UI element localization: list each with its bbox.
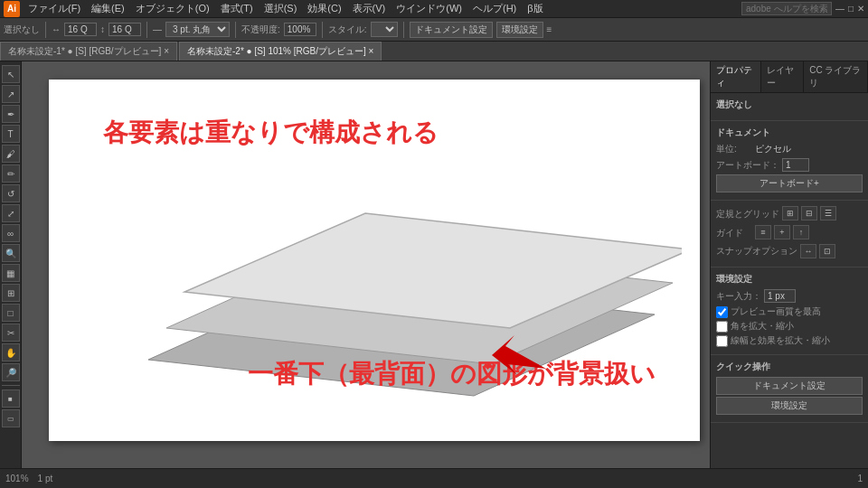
status-info: 1 pt <box>38 474 53 483</box>
brush-tool[interactable]: 🖌 <box>2 145 20 163</box>
rpanel-doc-section: ドキュメント 単位: ピクセル アートボード： アートボード+ <box>711 121 868 201</box>
rpanel-snap-icon[interactable]: ↔ <box>800 244 816 258</box>
menu-select[interactable]: 選択(S) <box>259 2 302 15</box>
corner-label: — <box>153 24 162 34</box>
rpanel-selection-title: 選択なし <box>716 99 863 111</box>
canvas-area: 各要素は重なりで構成される 一番下（最背面）の図形が背景扱い <box>22 61 710 468</box>
menu-object[interactable]: オブジェクト(O) <box>131 2 214 15</box>
direct-select-tool[interactable]: ↗ <box>2 85 20 103</box>
menu-type[interactable]: 書式(T) <box>216 2 258 15</box>
rpanel-quick-section: クイック操作 ドキュメント設定 環境設定 <box>711 355 868 423</box>
blend-tool[interactable]: ∞ <box>2 224 20 242</box>
doc-settings-btn[interactable]: ドキュメント設定 <box>410 22 493 38</box>
right-panel: プロパティ レイヤー CC ライブラリ 選択なし ドキュメント 単位: ピクセル… <box>710 61 868 468</box>
minimize-btn[interactable]: — <box>835 4 844 14</box>
rpanel-env-btn[interactable]: 環境設定 <box>716 397 863 415</box>
rpanel-ruler-icons: ⊞ ⊟ ☰ <box>782 206 836 221</box>
rpanel-tab-libraries[interactable]: CC ライブラリ <box>804 61 868 92</box>
toolbar-icon-2: ↕ <box>100 24 105 34</box>
canvas-white: 各要素は重なりで構成される 一番下（最背面）の図形が背景扱い <box>49 80 700 441</box>
rpanel-corner-check[interactable] <box>716 321 728 333</box>
rpanel-preview-check[interactable] <box>716 306 728 318</box>
main-layout: ↖ ↗ ✒ T 🖌 ✏ ↺ ⤢ ∞ 🔍 ▦ ⊞ □ ✂ ✋ 🔎 ■ ▭ <box>0 61 868 468</box>
tab-bar: 名称未設定-1* ● [S] [RGB/プレビュー] × 名称未設定-2* ● … <box>0 42 868 61</box>
height-input[interactable] <box>108 23 141 36</box>
annotation-bottom: 一番下（最背面）の図形が背景扱い <box>248 357 656 391</box>
eyedropper-tool[interactable]: 🔍 <box>2 244 20 262</box>
menu-view[interactable]: 表示(V) <box>348 2 391 15</box>
screen-mode[interactable]: ▭ <box>2 409 20 427</box>
divider-2 <box>146 22 147 38</box>
menu-file[interactable]: ファイル(F) <box>24 2 85 15</box>
rpanel-ruler-section: 定規とグリッド ⊞ ⊟ ☰ ガイド ≡ + ↑ スナップオプション ↔ ⊡ <box>711 201 868 267</box>
svg-marker-3 <box>492 335 546 375</box>
tab-2[interactable]: 名称未設定-2* ● [S] 101% [RGB/プレビュー] × <box>179 42 382 61</box>
rpanel-guide-icon-3[interactable]: ↑ <box>793 225 809 239</box>
rpanel-selection-section: 選択なし <box>711 93 868 121</box>
close-btn[interactable]: ✕ <box>857 4 864 14</box>
rpanel-artboard-btn[interactable]: アートボード+ <box>716 174 863 192</box>
gradient-tool[interactable]: ▦ <box>2 264 20 282</box>
rpanel-key-row: キー入力： <box>716 289 863 303</box>
mesh-tool[interactable]: ⊞ <box>2 284 20 302</box>
toolbar: 選択なし ↔ ↕ — 3 pt. 丸角 不透明度: スタイル: ドキュメント設定… <box>0 18 868 42</box>
rpanel-env-title: 環境設定 <box>716 273 863 286</box>
rpanel-artboard-input[interactable] <box>782 158 809 172</box>
style-label: スタイル: <box>328 23 367 36</box>
scale-tool[interactable]: ⤢ <box>2 204 20 222</box>
rpanel-unit-value: ピクセル <box>755 143 791 155</box>
rpanel-tab-layers[interactable]: レイヤー <box>761 61 804 92</box>
rpanel-artboard-row: アートボード： <box>716 158 863 172</box>
type-tool[interactable]: T <box>2 125 20 143</box>
tab-1[interactable]: 名称未設定-1* ● [S] [RGB/プレビュー] × <box>0 42 177 61</box>
divider-3 <box>235 22 236 38</box>
rpanel-key-input[interactable] <box>764 289 796 303</box>
divider-5 <box>403 22 404 38</box>
search-input[interactable] <box>741 2 832 15</box>
fill-stroke[interactable]: ■ <box>2 389 20 408</box>
rpanel-artboard-label: アートボード： <box>716 159 779 172</box>
rpanel-snap-row: スナップオプション ↔ ⊡ <box>716 244 863 258</box>
rpanel-guide-label: ガイド <box>716 227 752 239</box>
rpanel-preview-label: プレビュー画質を最高 <box>731 305 821 318</box>
shape-tool[interactable]: □ <box>2 304 20 322</box>
hand-tool[interactable]: ✋ <box>2 343 20 361</box>
rpanel-guide-icon-2[interactable]: + <box>774 225 790 239</box>
rpanel-corner-row: 角を拡大・縮小 <box>716 320 863 333</box>
width-input[interactable] <box>64 23 97 36</box>
env-settings-btn[interactable]: 環境設定 <box>496 22 543 38</box>
style-select[interactable] <box>371 22 398 37</box>
rpanel-quick-title: クイック操作 <box>716 361 863 373</box>
divider-1 <box>45 22 46 38</box>
left-toolbar: ↖ ↗ ✒ T 🖌 ✏ ↺ ⤢ ∞ 🔍 ▦ ⊞ □ ✂ ✋ 🔎 ■ ▭ <box>0 61 22 468</box>
rpanel-guide-icon-1[interactable]: ≡ <box>755 225 771 239</box>
rpanel-tab-properties[interactable]: プロパティ <box>711 61 761 92</box>
menu-effect[interactable]: 効果(C) <box>303 2 345 15</box>
opacity-input[interactable] <box>284 23 316 36</box>
selection-label: 選択なし <box>4 23 40 36</box>
rpanel-unit-label: 単位: <box>716 143 752 155</box>
rpanel-ruler-icon-2[interactable]: ⊟ <box>801 206 817 221</box>
scissors-tool[interactable]: ✂ <box>2 324 20 342</box>
status-bar: 101% 1 pt 1 <box>0 468 868 488</box>
maximize-btn[interactable]: □ <box>848 4 854 14</box>
red-arrow-icon <box>483 310 555 382</box>
menu-edit[interactable]: 編集(E) <box>87 2 129 15</box>
divider-4 <box>322 22 323 38</box>
pencil-tool[interactable]: ✏ <box>2 164 20 183</box>
corner-select[interactable]: 3 pt. 丸角 <box>165 22 230 37</box>
rotate-tool[interactable]: ↺ <box>2 184 20 202</box>
menu-beta[interactable]: β版 <box>523 2 547 15</box>
select-tool[interactable]: ↖ <box>2 65 20 83</box>
rpanel-ruler-icon-3[interactable]: ☰ <box>820 206 836 221</box>
rpanel-snap-icon-2[interactable]: ⊡ <box>819 244 835 258</box>
menu-window[interactable]: ウインドウ(W) <box>392 2 467 15</box>
pen-tool[interactable]: ✒ <box>2 105 20 123</box>
rpanel-doc-btn[interactable]: ドキュメント設定 <box>716 377 863 395</box>
tool-divider <box>2 385 20 386</box>
zoom-tool[interactable]: 🔎 <box>2 363 20 381</box>
menu-bar: Ai ファイル(F) 編集(E) オブジェクト(O) 書式(T) 選択(S) 効… <box>0 0 868 18</box>
menu-help[interactable]: ヘルプ(H) <box>468 2 521 15</box>
rpanel-effect-check[interactable] <box>716 335 728 347</box>
rpanel-ruler-icon-1[interactable]: ⊞ <box>782 206 798 221</box>
